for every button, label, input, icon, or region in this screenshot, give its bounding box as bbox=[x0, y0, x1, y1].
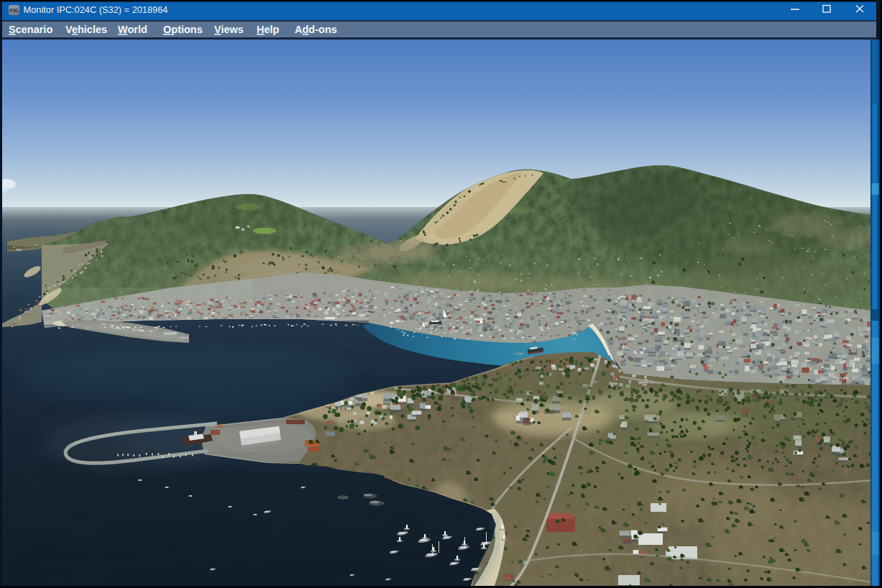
svg-text:Monitor IPC:024C (S32) = 20189: Monitor IPC:024C (S32) = 2018964 bbox=[24, 4, 168, 15]
svg-text:Options: Options bbox=[163, 24, 203, 35]
svg-text:Help: Help bbox=[257, 24, 280, 35]
svg-text:Add-ons: Add-ons bbox=[295, 24, 337, 35]
svg-text:Views: Views bbox=[214, 24, 244, 35]
svg-text:P3D: P3D bbox=[9, 8, 19, 13]
svg-text:Scenario: Scenario bbox=[9, 24, 52, 35]
svg-text:World: World bbox=[118, 24, 147, 35]
svg-text:Vehicles: Vehicles bbox=[65, 24, 107, 35]
